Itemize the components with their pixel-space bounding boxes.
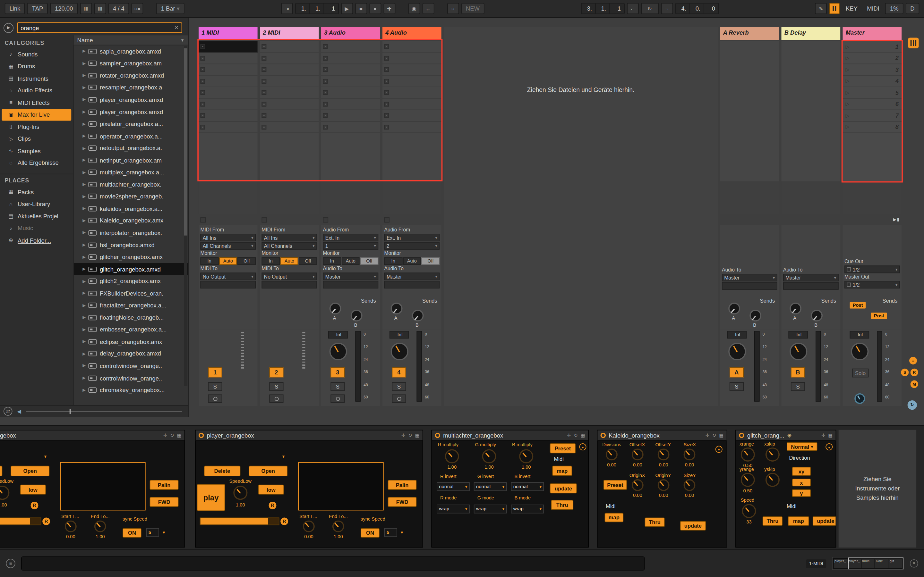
expand-icon[interactable]: ▶ <box>82 121 86 126</box>
speed-knob[interactable] <box>742 504 756 518</box>
clip-stop-icon[interactable] <box>262 79 267 84</box>
list-item[interactable]: ▶Kaleido_orangebox.amx <box>74 215 188 227</box>
originy-value[interactable]: 0.00 <box>656 493 671 498</box>
midi-channel-select[interactable]: All Channels▾ <box>200 242 256 250</box>
list-item[interactable]: ▶glitch2_orangebox.amx <box>74 275 188 287</box>
audio-to-select[interactable]: Master▾ <box>384 272 440 280</box>
audio-from-select[interactable]: Ext. In▾ <box>384 234 440 242</box>
stop-all-track-clips-button[interactable] <box>384 217 390 222</box>
clip-stop-icon[interactable] <box>323 125 328 129</box>
scene-slot[interactable]: ▷2 <box>843 53 902 64</box>
list-item[interactable]: ▶rotator_orangebox.amxd <box>74 69 188 82</box>
device-activator-icon[interactable] <box>435 433 441 438</box>
clip-stop-icon[interactable] <box>200 113 205 118</box>
clip-slot[interactable] <box>321 76 380 87</box>
clip-stop-icon[interactable] <box>262 56 267 61</box>
send-b-knob[interactable] <box>811 309 822 322</box>
expand-icon[interactable]: ▶ <box>82 110 86 114</box>
info-view-icon[interactable]: ≡ <box>6 559 15 568</box>
list-item[interactable]: ▶pixelator_orangebox.a... <box>74 118 188 130</box>
follow-button[interactable]: ⇥ <box>281 3 292 14</box>
save-icon[interactable]: ▦ <box>828 433 833 438</box>
clip-slot[interactable] <box>321 87 380 99</box>
volume-value[interactable]: -Inf <box>727 331 747 338</box>
clip-stop-icon[interactable] <box>262 125 267 129</box>
device-activator-icon[interactable] <box>601 433 606 438</box>
start-value[interactable]: 0.00 <box>63 534 79 540</box>
solo-button[interactable]: S <box>330 382 344 391</box>
loop-length-sixteenth[interactable]: 0 <box>704 3 718 13</box>
solo-button[interactable]: Solo <box>852 369 869 378</box>
clip-stop-icon[interactable] <box>323 90 328 95</box>
expand-icon[interactable]: ▶ <box>82 194 86 199</box>
param-fold-icon[interactable]: ▾ <box>716 446 722 453</box>
end-knob[interactable] <box>333 521 344 532</box>
clip-slot[interactable] <box>260 41 319 53</box>
expand-icon[interactable]: ▶ <box>82 303 86 308</box>
show-crossfader-toggle[interactable]: ↻ <box>908 400 917 410</box>
scene-slot[interactable]: ▷4 <box>843 76 902 87</box>
b-invert-select[interactable]: normal▾ <box>511 482 544 491</box>
list-item[interactable]: ▶floatingNoise_orangeb... <box>74 311 188 324</box>
unfold-icon[interactable]: ✛ <box>567 433 571 438</box>
unfold-icon[interactable]: ✛ <box>821 433 825 438</box>
punch-in-button[interactable]: ⌐ <box>627 3 638 14</box>
palin-button[interactable]: Palin <box>388 480 417 490</box>
preset-button[interactable]: Preset <box>550 443 576 453</box>
clip-stop-icon[interactable] <box>262 113 267 118</box>
preset-chevron-icon[interactable]: ▾ <box>282 454 284 459</box>
capture-new-button[interactable]: NEW <box>461 3 484 14</box>
originy-knob[interactable] <box>658 479 670 491</box>
end-knob[interactable] <box>94 521 106 532</box>
chain-device[interactable]: multi <box>861 559 875 568</box>
r-multiply-knob[interactable] <box>445 449 459 463</box>
speed-value[interactable]: 1.00 <box>0 502 10 508</box>
map-button[interactable]: map <box>552 466 572 476</box>
send-a-knob[interactable] <box>728 303 740 314</box>
save-icon[interactable]: ▦ <box>719 433 724 438</box>
monitor-off-button[interactable]: Off <box>238 258 256 265</box>
offsetx-knob[interactable] <box>632 449 644 461</box>
tap-tempo-button[interactable]: TAP <box>27 3 48 14</box>
audio-to-channel-select[interactable] <box>722 282 777 290</box>
expand-icon[interactable]: ▶ <box>82 146 86 151</box>
scene-slot[interactable]: ▷7 <box>843 110 902 121</box>
audio-to-channel-select[interactable] <box>323 281 379 288</box>
clip-stop-icon[interactable] <box>323 67 328 72</box>
draw-mode-button[interactable]: ✎ <box>815 3 827 14</box>
monitor-off-button[interactable]: Off <box>422 258 439 265</box>
r-mode-select[interactable]: wrap▾ <box>437 504 470 514</box>
send-a-knob[interactable] <box>790 303 801 314</box>
clip-stop-icon[interactable] <box>200 102 205 106</box>
yrange-knob[interactable] <box>741 473 755 487</box>
divisions-knob[interactable] <box>606 449 618 461</box>
list-item[interactable]: ▶movie2sphere_orangeb. <box>74 190 188 203</box>
midi-from-select[interactable]: All Ins▾ <box>262 234 317 242</box>
map-button[interactable]: map <box>788 516 809 526</box>
xrange-knob[interactable] <box>741 448 755 462</box>
loop-start-sixteenth[interactable]: 1 <box>610 3 624 13</box>
clip-slot[interactable] <box>260 99 319 110</box>
preset-chevron-icon[interactable]: ▾ <box>44 454 47 459</box>
chevron-down-icon[interactable]: ▾ <box>401 530 403 535</box>
send-a-knob[interactable] <box>391 303 403 314</box>
expand-icon[interactable]: ▶ <box>82 61 86 66</box>
scene-launch-icon[interactable]: ▷ <box>846 44 849 49</box>
start-knob[interactable] <box>303 521 315 532</box>
r-button[interactable]: R <box>269 502 276 509</box>
expand-icon[interactable]: ▶ <box>82 279 86 284</box>
stop-all-track-clips-button[interactable] <box>262 217 267 222</box>
scene-launch-icon[interactable]: ▷ <box>846 124 849 130</box>
end-value[interactable]: 1.00 <box>92 534 108 540</box>
sidebar-item-user-library[interactable]: ⌂User-Library <box>0 198 73 210</box>
midi-channel-select[interactable]: All Channels▾ <box>262 242 317 250</box>
volume-knob[interactable] <box>790 343 807 360</box>
device-activator-icon[interactable] <box>199 433 204 438</box>
tempo-field[interactable]: 120.00 <box>50 3 78 14</box>
list-item[interactable]: ▶eclipse_orangebox.amx <box>74 335 188 348</box>
loop-start-beat[interactable]: 1. <box>596 3 610 13</box>
arm-button[interactable] <box>208 395 222 403</box>
volume-value[interactable]: -Inf <box>328 331 348 338</box>
chain-device[interactable]: player_ <box>848 559 861 568</box>
expand-icon[interactable]: ▶ <box>82 97 86 102</box>
